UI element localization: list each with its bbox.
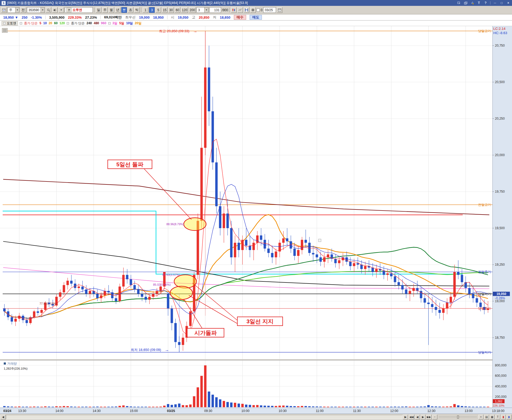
volume-bar: [267, 406, 270, 407]
gear-icon[interactable]: [250, 7, 256, 13]
candle-body: [353, 263, 355, 266]
period-200-button[interactable]: 200: [189, 7, 196, 13]
bar-count-input[interactable]: 131: [209, 7, 221, 13]
stock-name-field[interactable]: 코 오투앤: [65, 7, 93, 13]
text-tool-icon[interactable]: T: [495, 415, 500, 419]
tf-day-button[interactable]: 일: [96, 7, 101, 13]
candle-body: [409, 291, 411, 294]
help-icon[interactable]: ?: [483, 1, 488, 5]
checkbox-icon[interactable]: [20, 22, 22, 25]
tf-week-button[interactable]: 주: [102, 7, 108, 13]
minimize-button[interactable]: ─: [493, 1, 497, 5]
time-axis-label: 10:30: [279, 409, 287, 413]
candle-body: [405, 289, 407, 294]
tf-tick-button[interactable]: 틱: [134, 7, 140, 13]
highlight-ellipse[interactable]: [170, 286, 193, 300]
volume-bar: [256, 405, 259, 407]
candle-style-icon[interactable]: [231, 7, 237, 13]
scroll-right-button[interactable]: ▶: [403, 415, 408, 419]
volume-bar: [282, 406, 285, 407]
period-3-button[interactable]: 3: [149, 7, 155, 13]
checkbox-icon[interactable]: [3, 22, 6, 25]
candle-body: [204, 67, 206, 148]
chevron-down-icon[interactable]: ▼: [41, 7, 45, 13]
volume-bar: [297, 406, 299, 407]
period-15-button[interactable]: 15: [162, 7, 167, 13]
volume-bar: [338, 407, 341, 407]
save-icon[interactable]: [244, 7, 249, 13]
sell-button[interactable]: 매도: [250, 15, 262, 20]
time-axis-label: 11:00: [316, 409, 323, 413]
chart-window-icon[interactable]: [1, 7, 7, 13]
legend-stock-tab[interactable]: 오토앤: [2, 21, 18, 26]
page-last-button[interactable]: ▶▶: [426, 415, 432, 419]
volume-bar: [163, 406, 166, 407]
titlebar-separator: [490, 1, 490, 5]
search-icon[interactable]: [46, 7, 51, 13]
volume-bar: [133, 407, 136, 407]
line-style-icon[interactable]: [237, 7, 243, 13]
interval-select[interactable]: 3▼: [197, 7, 209, 13]
volume-bar: [312, 406, 314, 407]
period-120-button[interactable]: 120: [181, 7, 188, 13]
margin-checkbox[interactable]: [257, 9, 260, 12]
all-market-button[interactable]: 전: [20, 7, 26, 13]
zoom-in-button[interactable]: +: [478, 415, 483, 419]
close-button[interactable]: ×: [506, 1, 510, 5]
price-tick-label: 20,000: [495, 153, 505, 157]
maximize-button[interactable]: □: [499, 1, 504, 5]
highlight-ellipse[interactable]: [174, 275, 197, 288]
volume-bar: [174, 404, 177, 407]
volume-bar: [29, 407, 32, 407]
tf-year-button[interactable]: 년: [115, 7, 121, 13]
main-chart[interactable]: 거래량1,282주(226.10%)LC:2.14HC:-8.6320,7502…: [0, 26, 512, 414]
red-marker-tool-icon[interactable]: ▮: [501, 415, 506, 419]
symbol-input[interactable]: 353590▼: [27, 7, 45, 13]
scrollbar-track[interactable]: [6, 415, 402, 419]
volume-bar: [70, 406, 73, 407]
tf-minute-button[interactable]: 분: [121, 7, 127, 13]
checkbox-icon[interactable]: [108, 22, 111, 25]
text-tool-icon[interactable]: T: [477, 1, 481, 5]
calendar-icon[interactable]: [277, 7, 282, 13]
volume-bar: [290, 406, 292, 407]
pin-window-icon[interactable]: [470, 1, 474, 5]
tf-month-button[interactable]: 월: [109, 7, 114, 13]
duplicate-window-icon[interactable]: [463, 1, 468, 5]
buy-button[interactable]: 매수: [234, 15, 246, 20]
zoom-slider-thumb[interactable]: [457, 415, 459, 419]
chevron-down-icon[interactable]: ▼: [204, 7, 208, 13]
zoom-slider[interactable]: [438, 415, 478, 419]
zoom-out-button[interactable]: −: [432, 415, 437, 419]
highlight-ellipse[interactable]: [184, 218, 206, 231]
low-annotation-arrow: →: [165, 348, 169, 352]
volume-bar: [186, 405, 188, 407]
page-prev-button[interactable]: ◀: [415, 415, 420, 419]
period-5-button[interactable]: 5: [155, 7, 161, 13]
scroll-left-button[interactable]: ◀: [1, 415, 6, 419]
candle-body: [476, 298, 478, 302]
chevron-down-icon[interactable]: ▼: [15, 7, 19, 13]
asset-type-select[interactable]: 주▼: [7, 7, 19, 13]
speaker-dropdown[interactable]: ▼: [58, 7, 64, 13]
date-input[interactable]: 03/25: [263, 7, 276, 13]
toolbar: 주▼ 전 353590▼ ▼ 코 오투앤 일 주 월 년 분 초 틱 1 3 5…: [0, 6, 512, 14]
best-quote-label: 최우선: [125, 15, 135, 20]
volume-bar: [26, 407, 28, 407]
volume-bar: [241, 404, 244, 407]
period-30-button[interactable]: 30: [168, 7, 174, 13]
period-1-button[interactable]: 1: [143, 7, 148, 13]
volume-bar: [211, 395, 214, 407]
period-60-button[interactable]: 60: [175, 7, 180, 13]
dock-window-icon[interactable]: [457, 1, 461, 5]
selection-handle[interactable]: [318, 239, 321, 242]
legend-day3: 3일: [113, 21, 118, 26]
grid-tool-icon[interactable]: ▤: [484, 415, 489, 419]
pattern-tool-icon[interactable]: ▦: [490, 415, 495, 419]
page-first-button[interactable]: ◀◀: [409, 415, 414, 419]
blue-marker-tool-icon[interactable]: ▮: [506, 415, 511, 419]
speaker-icon[interactable]: [52, 7, 58, 13]
checkbox-icon[interactable]: [67, 22, 69, 25]
tf-second-button[interactable]: 초: [128, 7, 133, 13]
page-next-button[interactable]: ▶: [421, 415, 426, 419]
